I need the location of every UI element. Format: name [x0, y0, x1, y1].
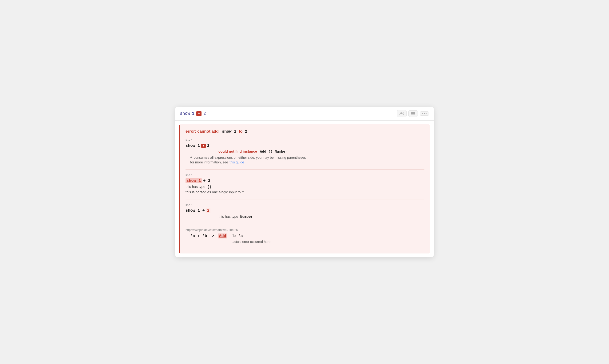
svg-point-1 [402, 112, 403, 114]
more-icon [422, 113, 427, 114]
error-title: error: cannot add show 1 to 2 [185, 129, 424, 134]
hint-guide: for more information, see this guide [190, 160, 424, 164]
this-has-type-label-3: this has type [219, 214, 238, 219]
svg-point-6 [424, 113, 425, 114]
code-rest-2: + 2 [203, 179, 210, 183]
divider-3 [185, 224, 424, 224]
line-label-3: line 1 [185, 203, 424, 207]
error-section-4: https://wipple.dev/std/math.wpl, line 25… [185, 228, 424, 244]
error-title-space [220, 129, 221, 134]
plus-badge: + [196, 111, 202, 116]
code-prefix-3: show 1 + [185, 208, 205, 213]
could-not-find-msg: could not find instance Add () Number _ [219, 149, 424, 154]
error-panel: error: cannot add show 1 to 2 line 1 sho… [179, 124, 430, 253]
actual-error-msg: actual error occurred here [233, 240, 424, 244]
could-not-find-code: Add () Number _ [260, 150, 292, 154]
code-indent-4: 'a + 'b -> [190, 234, 217, 238]
this-has-type-label-2: this has type [185, 185, 205, 189]
line-label-1: line 1 [185, 139, 424, 142]
code-show: show [180, 111, 190, 116]
code-show-1: show 1 [185, 143, 200, 148]
source-ref: https://wipple.dev/std/math.wpl, line 25 [185, 228, 424, 232]
error-title-to: to [239, 129, 242, 134]
this-has-type-2: this has type () [185, 185, 424, 189]
users-icon [399, 112, 404, 116]
divider-2 [185, 199, 424, 199]
svg-point-5 [422, 113, 423, 114]
main-window: show 1 + 2 [175, 107, 434, 257]
this-has-type-val-3: Number [240, 215, 253, 219]
could-not-find-prefix: could not find instance [219, 149, 257, 153]
code-highlight-show1: show 1 [185, 178, 202, 183]
error-section-3: line 1 show 1 + 2 this has type Number [185, 203, 424, 219]
code-line-4: 'a + 'b -> Add 'b 'a [185, 234, 424, 238]
more-button[interactable] [420, 111, 429, 116]
code-num2: 2 [203, 111, 206, 116]
code-num1: 1 [192, 111, 194, 116]
code-highlight-add: Add [218, 234, 227, 238]
hint-guide-prefix: for more information, see [190, 160, 228, 164]
toolbar: show 1 + 2 [175, 107, 434, 121]
svg-point-7 [426, 113, 427, 114]
code-expression: show 1 + 2 [180, 111, 206, 116]
this-has-type-3: this has type Number [219, 214, 424, 219]
code-num-1: 2 [207, 143, 209, 148]
this-guide-link[interactable]: this guide [230, 160, 244, 164]
code-plus-1: + [201, 144, 206, 148]
lines-icon [411, 112, 415, 115]
error-title-prefix: error: cannot add [185, 129, 219, 134]
code-highlight-2: 2 [206, 208, 210, 213]
error-title-code: show 1 to 2 [222, 129, 247, 134]
code-line-2: show 1 + 2 [185, 178, 424, 183]
hint-text-1: + consumes all expressions on either sid… [190, 156, 424, 159]
toolbar-actions [397, 110, 429, 117]
error-section-1: line 1 show 1 + 2 could not find instanc… [185, 139, 424, 164]
error-section-2: line 1 show 1 + 2 this has type () this … [185, 173, 424, 194]
code-suffix-4: 'b 'a [229, 234, 243, 238]
divider-1 [185, 169, 424, 169]
parsed-as-text: this is parsed as one single input to [185, 190, 241, 194]
hint-op: + [190, 156, 192, 159]
code-line-1: show 1 + 2 [185, 143, 424, 148]
hint-msg: consumes all expressions on either side;… [194, 156, 306, 159]
users-button[interactable] [397, 110, 407, 117]
lines-button[interactable] [408, 110, 418, 117]
svg-point-0 [400, 112, 402, 114]
parsed-as-msg: this is parsed as one single input to + [185, 190, 424, 194]
parsed-as-op: + [242, 190, 244, 194]
code-line-3: show 1 + 2 [185, 208, 424, 213]
this-has-type-val-2: () [207, 185, 211, 189]
line-label-2: line 1 [185, 173, 424, 177]
